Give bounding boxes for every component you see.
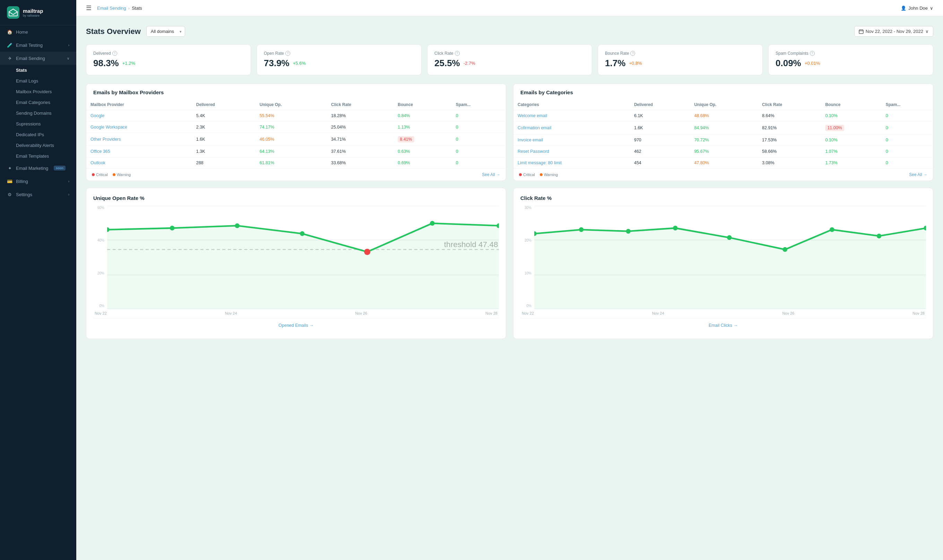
bounce-cell: 8.41% [393, 133, 451, 146]
bounce-rate-info-icon[interactable]: ? [630, 51, 635, 56]
sidebar-sub-mailbox-providers[interactable]: Mailbox Providers [16, 86, 76, 97]
categories-footer: Critical Warning See All → [513, 168, 933, 180]
table-row: Office 365 1.3K 64.13% 37.61% 0.63% 0 [86, 146, 506, 157]
cat-unique-op-cell: 84.94% [690, 122, 758, 134]
provider-cell[interactable]: Outlook [86, 157, 192, 169]
delivered-info-icon[interactable]: ? [112, 51, 117, 56]
warning-dot [112, 173, 116, 176]
svg-point-33 [877, 234, 881, 238]
col-provider: Mailbox Provider [86, 100, 192, 110]
click-rate-cell: 18.28% [327, 110, 393, 122]
sidebar-sub-email-logs[interactable]: Email Logs [16, 75, 76, 86]
category-cell[interactable]: Welcome email [513, 110, 630, 122]
sidebar-sub-supressions[interactable]: Supressions [16, 118, 76, 129]
email-clicks-link[interactable]: Email Clicks → [709, 323, 738, 328]
sidebar-item-home-label: Home [16, 29, 28, 35]
spam-cell: 0 [452, 146, 506, 157]
hamburger-icon[interactable]: ☰ [86, 4, 91, 12]
sidebar-item-email-testing-label: Email Testing [16, 43, 43, 48]
categories-card: Emails by Categories Categories Delivere… [513, 83, 933, 181]
sidebar-sub-deliverability-alerts[interactable]: Deliverability Alerts [16, 140, 76, 151]
svg-point-27 [579, 227, 584, 232]
sidebar: mailtrap by railsware 🏠 Home 🧪 Email Tes… [0, 0, 76, 560]
provider-cell[interactable]: Google Workspace [86, 122, 192, 133]
svg-point-32 [830, 227, 835, 232]
mailbox-see-all[interactable]: See All → [482, 172, 500, 177]
delivered-cell: 2.3K [192, 122, 256, 133]
spam-cell: 0 [452, 157, 506, 169]
spam-cell: 0 [452, 133, 506, 146]
sidebar-item-settings[interactable]: ⚙ Settings › [0, 188, 76, 201]
mailbox-table: Mailbox Provider Delivered Unique Op. Cl… [86, 100, 506, 168]
spam-info-icon[interactable]: ? [810, 51, 815, 56]
svg-point-18 [300, 231, 305, 236]
date-range-chevron-icon: ∨ [925, 29, 929, 34]
kpi-delivered: Delivered ? 98.3% +1.2% [86, 45, 251, 75]
category-cell[interactable]: Cofirmation email [513, 122, 630, 134]
click-rate-chart-footer: Email Clicks → [520, 318, 926, 332]
provider-cell[interactable]: Google [86, 110, 192, 122]
open-rate-x-labels: Nov 22 Nov 24 Nov 26 Nov 28 [93, 311, 499, 315]
cat-spam-cell: 0 [881, 122, 933, 134]
provider-cell[interactable]: Other Providers [86, 133, 192, 146]
paper-plane-icon: ✈ [7, 55, 12, 61]
date-range-text: Nov 22, 2022 - Nov 29, 2022 [866, 29, 923, 34]
cat-warning-dot [540, 173, 542, 176]
sidebar-item-billing[interactable]: 💳 Billing › [0, 175, 76, 188]
cat-bounce-cell: 0.10% [821, 134, 881, 146]
category-cell[interactable]: Reset Password [513, 146, 630, 157]
domain-selector[interactable]: All domains [146, 26, 185, 37]
bounce-cell: 0.84% [393, 110, 451, 122]
unique-op-cell: 64.13% [256, 146, 327, 157]
breadcrumb-stats: Stats [132, 6, 142, 11]
sidebar-sub-email-categories[interactable]: Email Categories [16, 97, 76, 108]
click-rate-info-icon[interactable]: ? [455, 51, 460, 56]
cat-unique-op-cell: 70.72% [690, 134, 758, 146]
chevron-right-settings-icon: › [68, 193, 69, 197]
categories-see-all[interactable]: See All → [909, 172, 928, 177]
main-content: ☰ Email Sending › Stats 👤 John Doe ∨ Sta… [76, 0, 943, 560]
mailtrap-logo-icon [7, 6, 19, 19]
chevron-down-icon: ∨ [67, 57, 69, 60]
sidebar-item-email-sending[interactable]: ✈ Email Sending ∨ [0, 52, 76, 65]
category-cell[interactable]: Invoice email [513, 134, 630, 146]
mailbox-footer: Critical Warning See All → [86, 168, 506, 180]
date-range-picker[interactable]: Nov 22, 2022 - Nov 29, 2022 ∨ [854, 26, 933, 37]
cat-spam-cell: 0 [881, 110, 933, 122]
logo-name: mailtrap [23, 8, 43, 14]
user-menu[interactable]: 👤 John Doe ∨ [901, 6, 933, 11]
sidebar-sub-dedicated-ips[interactable]: Dedicated IPs [16, 129, 76, 140]
gear-icon: ⚙ [7, 192, 12, 197]
table-row: Limit message: 80 limit 454 47.80% 3.08%… [513, 157, 933, 169]
col-category: Categories [513, 100, 630, 110]
click-rate-cell: 25.04% [327, 122, 393, 133]
kpi-spam-value: 0.09% [775, 58, 801, 69]
kpi-click-rate-label: Click Rate [435, 51, 453, 56]
delivered-cell: 1.6K [192, 133, 256, 146]
open-rate-info-icon[interactable]: ? [285, 51, 290, 56]
sidebar-item-home[interactable]: 🏠 Home [0, 25, 76, 38]
sidebar-item-billing-label: Billing [16, 179, 28, 184]
category-cell[interactable]: Limit message: 80 limit [513, 157, 630, 169]
sidebar-item-email-marketing[interactable]: ✦ Email Marketing soon [0, 162, 76, 175]
mailbox-providers-card: Emails by Mailbox Providers Mailbox Prov… [86, 83, 506, 181]
provider-cell[interactable]: Office 365 [86, 146, 192, 157]
mailbox-table-title: Emails by Mailbox Providers [86, 84, 506, 100]
sidebar-item-email-testing[interactable]: 🧪 Email Testing › [0, 38, 76, 52]
opened-emails-link[interactable]: Opened Emails → [278, 323, 313, 328]
delivered-cell: 5.4K [192, 110, 256, 122]
table-row: Cofirmation email 1.6K 84.94% 82.91% 11.… [513, 122, 933, 134]
sidebar-sub-email-templates[interactable]: Email Templates [16, 151, 76, 162]
breadcrumb-email-sending[interactable]: Email Sending [97, 6, 126, 11]
sidebar-sub-sending-domains[interactable]: Sending Domains [16, 108, 76, 118]
kpi-bounce-rate-value: 1.7% [605, 58, 626, 69]
click-rate-y-axis: 30% 20% 10% 0% [520, 206, 532, 309]
tables-section: Emails by Mailbox Providers Mailbox Prov… [86, 83, 933, 181]
kpi-click-rate-value: 25.5% [435, 58, 460, 69]
kpi-click-rate-delta: -2.7% [464, 61, 475, 66]
open-rate-chart-title: Unique Open Rate % [93, 195, 499, 201]
cat-click-rate-cell: 17.53% [758, 134, 821, 146]
kpi-open-rate-delta: +5.6% [293, 61, 306, 66]
sidebar-sub-stats[interactable]: Stats [16, 65, 76, 75]
kpi-spam-delta: +0.01% [805, 61, 820, 66]
